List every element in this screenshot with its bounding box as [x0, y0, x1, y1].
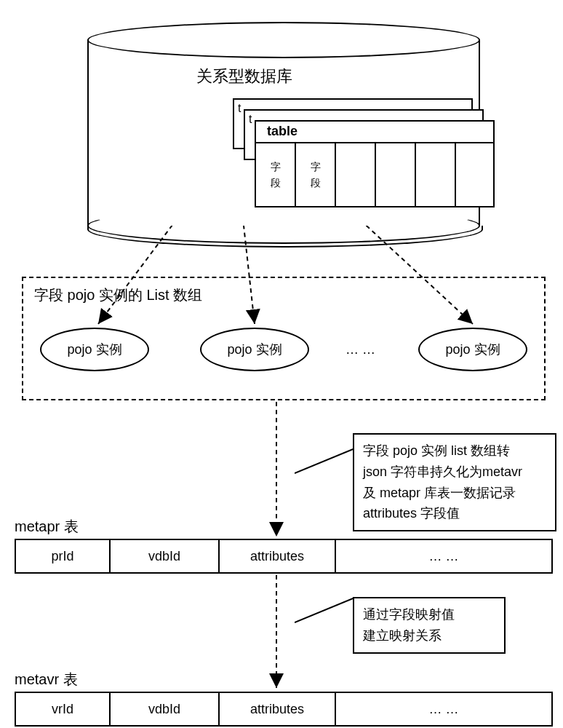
pojo-dots: … …: [346, 342, 375, 357]
pojo-label-2: pojo 实例: [227, 341, 282, 358]
ann2-l2: 建立映射关系: [363, 625, 495, 646]
pojo-label-3: pojo 实例: [445, 341, 500, 358]
pojo-ellipse-3: pojo 实例: [418, 328, 527, 371]
table-front-label: table: [267, 124, 298, 139]
table-cells: 字 段 字 段: [256, 142, 493, 207]
pojo-list-title: 字段 pojo 实例的 List 数组: [34, 285, 202, 305]
table-cell-field-2: 字 段: [296, 142, 336, 207]
ann2-pointer-line: [295, 597, 360, 626]
table-cell-5: [416, 142, 456, 207]
metavr-col-vrId: vrId: [16, 693, 111, 725]
table-cell-field-1: 字 段: [256, 142, 296, 207]
metapr-label: metapr 表: [15, 517, 79, 537]
table-back-label: t: [238, 102, 241, 115]
table-cell-4: [376, 142, 416, 207]
db-title: 关系型数据库: [196, 66, 292, 87]
metapr-table: prId vdbId attributes … …: [15, 539, 553, 574]
ann1-l3: 及 metapr 库表一数据记录: [363, 483, 546, 504]
ann1-l4: attributes 字段值: [363, 503, 546, 524]
metavr-table: vrId vdbId attributes … …: [15, 692, 553, 727]
pojo-label-1: pojo 实例: [67, 341, 121, 358]
database-cylinder: 关系型数据库 t t table 字 段 字 段: [87, 22, 480, 226]
table-mid-label: t: [249, 113, 252, 126]
pojo-ellipse-1: pojo 实例: [40, 328, 149, 371]
field-text-2a: 字: [311, 159, 321, 175]
table-cell-3: [336, 142, 376, 207]
metapr-col-vdbId: vdbId: [111, 540, 220, 572]
svg-line-4: [295, 448, 356, 473]
annotation-1: 字段 pojo 实例 list 数组转 json 字符串持久化为metavr 及…: [353, 433, 556, 531]
arrow-pojo-to-metapr: [269, 402, 284, 540]
metapr-col-more: … …: [336, 540, 551, 572]
ann1-l2: json 字符串持久化为metavr: [363, 462, 546, 483]
field-text-1a: 字: [271, 159, 281, 175]
metapr-col-attributes: attributes: [220, 540, 336, 572]
table-cell-6: [456, 142, 493, 207]
metavr-col-vdbId: vdbId: [111, 693, 220, 725]
ann1-pointer-line: [295, 448, 360, 477]
field-text-1b: 段: [271, 175, 281, 191]
pojo-ellipse-2: pojo 实例: [200, 328, 309, 371]
metavr-label: metavr 表: [15, 670, 78, 689]
table-front: table 字 段 字 段: [255, 120, 495, 207]
db-bottom-ellipse: [87, 207, 480, 244]
annotation-2: 通过字段映射值 建立映射关系: [353, 597, 506, 654]
metavr-col-more: … …: [336, 693, 551, 725]
svg-line-6: [295, 597, 356, 622]
arrow-metapr-to-metavr: [269, 575, 284, 692]
field-text-2b: 段: [311, 175, 321, 191]
ann2-l1: 通过字段映射值: [363, 604, 495, 625]
db-top-ellipse: [87, 22, 480, 58]
ann1-l1: 字段 pojo 实例 list 数组转: [363, 440, 546, 462]
metapr-col-prId: prId: [16, 540, 111, 572]
metavr-col-attributes: attributes: [220, 693, 336, 725]
